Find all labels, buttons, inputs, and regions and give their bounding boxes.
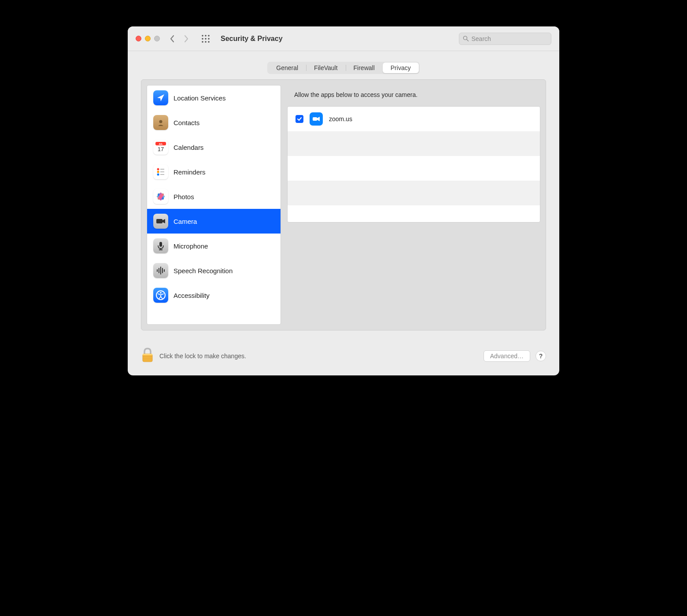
svg-point-8 (208, 41, 210, 43)
camera-icon (153, 214, 168, 229)
svg-point-3 (202, 38, 203, 40)
advanced-button[interactable]: Advanced… (484, 350, 530, 362)
svg-point-2 (208, 35, 210, 37)
svg-point-5 (208, 38, 210, 40)
show-all-button[interactable] (201, 34, 210, 43)
chevron-left-icon (170, 35, 175, 43)
app-row-empty (288, 205, 540, 222)
svg-point-0 (202, 35, 203, 37)
sidebar-item-label: Reminders (174, 168, 206, 176)
search-field[interactable] (459, 33, 551, 45)
svg-point-9 (463, 36, 467, 40)
svg-line-10 (467, 40, 469, 41)
svg-rect-42 (143, 354, 152, 355)
svg-point-16 (157, 171, 159, 173)
privacy-sidebar: Location Services Contacts JUL17 Calenda… (147, 85, 281, 325)
content-panels: Location Services Contacts JUL17 Calenda… (141, 79, 546, 330)
zoom-window-button[interactable] (154, 36, 160, 41)
app-name: zoom.us (329, 115, 352, 122)
window-title: Security & Privacy (221, 35, 283, 43)
forward-button[interactable] (184, 35, 189, 43)
lock-hint-text: Click the lock to make changes. (159, 353, 246, 360)
app-row-empty (288, 181, 540, 205)
sidebar-item-contacts[interactable]: Contacts (147, 110, 281, 135)
microphone-icon (153, 238, 168, 253)
app-row-empty (288, 131, 540, 156)
sidebar-item-calendars[interactable]: JUL17 Calendars (147, 135, 281, 160)
location-icon (153, 90, 168, 105)
close-window-button[interactable] (136, 36, 141, 41)
preferences-window: Security & Privacy General FileVault Fir… (128, 26, 559, 375)
svg-rect-29 (156, 219, 163, 223)
svg-point-15 (157, 168, 159, 171)
sidebar-item-microphone[interactable]: Microphone (147, 234, 281, 258)
contacts-icon (153, 115, 168, 130)
lock-icon (141, 347, 154, 363)
sidebar-item-camera[interactable]: Camera (147, 209, 281, 234)
tab-label: Firewall (354, 64, 375, 71)
help-button[interactable]: ? (536, 351, 546, 361)
minimize-window-button[interactable] (145, 36, 151, 41)
tab-general[interactable]: General (268, 63, 306, 73)
speech-icon (153, 263, 168, 278)
sidebar-item-label: Camera (174, 218, 197, 225)
search-input[interactable] (471, 35, 547, 42)
svg-point-17 (157, 174, 159, 176)
chevron-right-icon (184, 35, 189, 43)
sidebar-item-accessibility[interactable]: Accessibility (147, 283, 281, 308)
app-permission-list: zoom.us (287, 106, 540, 223)
sidebar-item-reminders[interactable]: Reminders (147, 160, 281, 184)
accessibility-icon (153, 288, 168, 303)
detail-panel: Allow the apps below to access your came… (287, 85, 540, 325)
zoom-app-icon (310, 112, 323, 126)
app-row-zoom[interactable]: zoom.us (288, 107, 540, 131)
sidebar-item-label: Contacts (174, 119, 199, 126)
app-checkbox[interactable] (295, 115, 303, 123)
svg-point-6 (202, 41, 203, 43)
svg-rect-30 (159, 242, 162, 247)
tab-label: Privacy (391, 64, 411, 71)
sidebar-item-speech-recognition[interactable]: Speech Recognition (147, 258, 281, 283)
sidebar-item-label: Calendars (174, 144, 203, 151)
svg-point-4 (205, 38, 207, 40)
nav-buttons (170, 35, 189, 43)
svg-text:JUL: JUL (159, 143, 163, 145)
back-button[interactable] (170, 35, 175, 43)
sidebar-item-label: Photos (174, 193, 194, 200)
titlebar: Security & Privacy (128, 26, 559, 51)
svg-point-39 (160, 292, 162, 294)
tab-label: General (276, 64, 298, 71)
svg-text:17: 17 (158, 146, 164, 152)
svg-point-1 (205, 35, 207, 37)
search-icon (463, 35, 469, 42)
calendar-icon: JUL17 (153, 140, 168, 155)
tab-label: FileVault (314, 64, 337, 71)
reminders-icon (153, 164, 168, 179)
photos-icon (153, 189, 168, 204)
svg-point-7 (205, 41, 207, 43)
svg-rect-40 (313, 117, 317, 121)
sidebar-item-location-services[interactable]: Location Services (147, 85, 281, 110)
grid-icon (201, 34, 210, 43)
footer: Click the lock to make changes. Advanced… (128, 339, 559, 375)
tab-firewall[interactable]: Firewall (346, 63, 383, 73)
window-controls (136, 36, 160, 41)
lock-button[interactable] (141, 347, 154, 365)
tab-privacy[interactable]: Privacy (383, 63, 419, 73)
tab-filevault[interactable]: FileVault (306, 63, 345, 73)
app-row-empty (288, 156, 540, 181)
detail-header: Allow the apps below to access your came… (287, 88, 540, 106)
sidebar-item-label: Microphone (174, 242, 208, 250)
sidebar-item-label: Location Services (174, 94, 225, 102)
sidebar-item-photos[interactable]: Photos (147, 184, 281, 209)
tab-bar: General FileVault Firewall Privacy (128, 51, 559, 79)
sidebar-item-label: Accessibility (174, 292, 210, 299)
sidebar-item-label: Speech Recognition (174, 267, 233, 275)
svg-point-11 (159, 120, 163, 123)
check-icon (297, 116, 302, 122)
